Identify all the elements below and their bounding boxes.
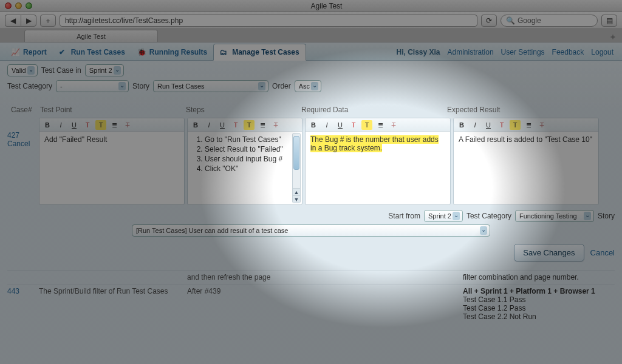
bold-icon[interactable]: B (308, 120, 319, 130)
window-title: Agile Test (36, 2, 617, 10)
editor-toolbar: B I U T T ≣ T (454, 118, 598, 132)
list-icon[interactable]: ≣ (375, 120, 386, 130)
nav-right: Hi, Cissy Xia Administration User Settin… (396, 48, 617, 60)
nav-report[interactable]: 📈 Report (5, 44, 53, 60)
browser-search-box[interactable]: 🔍 Google (501, 15, 598, 27)
bottom-category-select[interactable]: Functioning Testing (515, 210, 594, 222)
list-icon[interactable]: ≣ (257, 120, 268, 130)
test-point-editor[interactable]: B I U T T ≣ T Add "Failed" Result (39, 118, 185, 205)
nav-running-results[interactable]: 🐞 Running Results (131, 44, 213, 60)
lower-expected: filter combination and page number. (463, 273, 615, 281)
link-feedback[interactable]: Feedback (552, 48, 584, 56)
steps-editor[interactable]: B I U T T ≣ T Go to "Run Test Cases" Sel… (187, 118, 302, 205)
scrollbar[interactable]: ▲ ▼ (292, 133, 301, 203)
scroll-down-icon[interactable]: ▼ (293, 195, 300, 203)
italic-icon[interactable]: I (203, 120, 214, 130)
chart-icon: 📈 (11, 48, 21, 56)
case-column: 427 Cancel (7, 118, 36, 205)
highlight-color-icon[interactable]: T (361, 120, 372, 130)
required-data-editor[interactable]: B I U T T ≣ T The Bug # is the number th… (305, 118, 451, 205)
link-user-settings[interactable]: User Settings (501, 48, 545, 56)
story-select[interactable]: Run Test Cases (153, 80, 268, 92)
scroll-up-icon[interactable]: ▲ (293, 188, 300, 195)
bold-icon[interactable]: B (190, 120, 201, 130)
search-placeholder: Google (518, 16, 541, 25)
bold-icon[interactable]: B (42, 120, 53, 130)
order-select[interactable]: Asc (295, 80, 321, 92)
window-zoom-button[interactable] (26, 2, 32, 9)
forward-button[interactable]: ▶ (21, 15, 36, 27)
check-run-icon: ✔︎ (59, 48, 69, 56)
scroll-thumb[interactable] (293, 136, 299, 170)
highlight-color-icon[interactable]: T (510, 120, 521, 130)
bottom-story-label: Story (598, 212, 615, 220)
new-tab-icon[interactable]: ＋ (609, 32, 617, 42)
lower-expected: All + Sprint 1 + Platform 1 + Browser 1 … (463, 287, 615, 321)
sprint-select[interactable]: Sprint 2 (85, 64, 124, 76)
add-tab-button[interactable]: ＋ (40, 15, 56, 27)
step-item: User should input Bug # (205, 155, 297, 163)
clear-format-icon[interactable]: T (270, 120, 281, 130)
text-color-icon[interactable]: T (348, 120, 359, 130)
italic-icon[interactable]: I (55, 120, 66, 130)
case-link[interactable]: 443 (7, 287, 36, 321)
nav-back-forward-group: ◀ ▶ (5, 15, 36, 27)
window-minimize-button[interactable] (15, 2, 22, 9)
expected-result-body[interactable]: A Failed result is added to "Test Case 1… (454, 132, 598, 204)
filter-row-2: Test Category - Story Run Test Cases Ord… (7, 80, 615, 92)
link-administration[interactable]: Administration (448, 48, 494, 56)
clear-format-icon[interactable]: T (388, 120, 399, 130)
clear-format-icon[interactable]: T (122, 120, 133, 130)
search-icon: 🔍 (506, 16, 515, 25)
window-close-button[interactable] (5, 2, 12, 9)
link-logout[interactable]: Logout (591, 48, 613, 56)
text-color-icon[interactable]: T (82, 120, 93, 130)
clear-format-icon[interactable]: T (536, 120, 547, 130)
underline-icon[interactable]: U (217, 120, 228, 130)
required-data-body[interactable]: The Bug # is the number that user adds i… (306, 132, 450, 204)
editor-toolbar: B I U T T ≣ T (188, 118, 302, 132)
nav-label: Report (23, 48, 47, 56)
test-point-body[interactable]: Add "Failed" Result (39, 132, 184, 204)
save-changes-button[interactable]: Save Changes (514, 244, 584, 261)
back-button[interactable]: ◀ (5, 15, 21, 27)
italic-icon[interactable]: I (321, 120, 332, 130)
text-color-icon[interactable]: T (230, 120, 241, 130)
col-test-point: Test Point (36, 103, 182, 116)
col-required-data: Required Data (298, 103, 443, 116)
underline-icon[interactable]: U (69, 120, 80, 130)
start-from-select[interactable]: Sprint 2 (424, 210, 463, 222)
cancel-link[interactable]: Cancel (590, 248, 615, 257)
step-item: Click "OK" (205, 164, 297, 173)
underline-icon[interactable]: U (335, 120, 346, 130)
expected-result-editor[interactable]: B I U T T ≣ T A Failed result is added t… (453, 118, 599, 205)
highlight-color-icon[interactable]: T (244, 120, 255, 130)
underline-icon[interactable]: U (483, 120, 494, 130)
url-input[interactable] (60, 15, 477, 27)
list-icon[interactable]: ≣ (109, 120, 120, 130)
bottom-story-select[interactable]: [Run Test Cases] User can add result of … (132, 224, 490, 237)
lower-point: The Sprint/Build filter of Run Test Case… (39, 287, 185, 321)
status-select[interactable]: Valid (7, 64, 38, 76)
nav-run-test-cases[interactable]: ✔︎ Run Test Cases (53, 44, 131, 60)
steps-body[interactable]: Go to "Run Test Cases" Select Result to … (188, 132, 302, 204)
step-item: Go to "Run Test Cases" (205, 135, 297, 144)
list-icon[interactable]: ≣ (523, 120, 534, 130)
step-item: Select Result to "Failed" (205, 145, 297, 153)
category-select[interactable]: - (56, 80, 129, 92)
column-headers: Case# Test Point Steps Required Data Exp… (7, 103, 615, 116)
reload-button[interactable]: ⟳ (481, 15, 497, 27)
case-number-link[interactable]: 427 (7, 131, 36, 140)
nav-label: Running Results (149, 48, 207, 56)
nav-manage-test-cases[interactable]: 🗂 Manage Test Cases (213, 44, 306, 61)
case-cancel-link[interactable]: Cancel (7, 140, 36, 148)
text-color-icon[interactable]: T (496, 120, 507, 130)
browser-tab[interactable]: Agile Test (24, 30, 158, 42)
col-steps: Steps (182, 103, 298, 116)
app-nav: 📈 Report ✔︎ Run Test Cases 🐞 Running Res… (0, 42, 622, 61)
bold-icon[interactable]: B (456, 120, 467, 130)
tabs-overview-button[interactable]: ▤ (601, 15, 617, 27)
highlight-color-icon[interactable]: T (95, 120, 106, 130)
col-case: Case# (7, 103, 36, 116)
italic-icon[interactable]: I (470, 120, 480, 130)
